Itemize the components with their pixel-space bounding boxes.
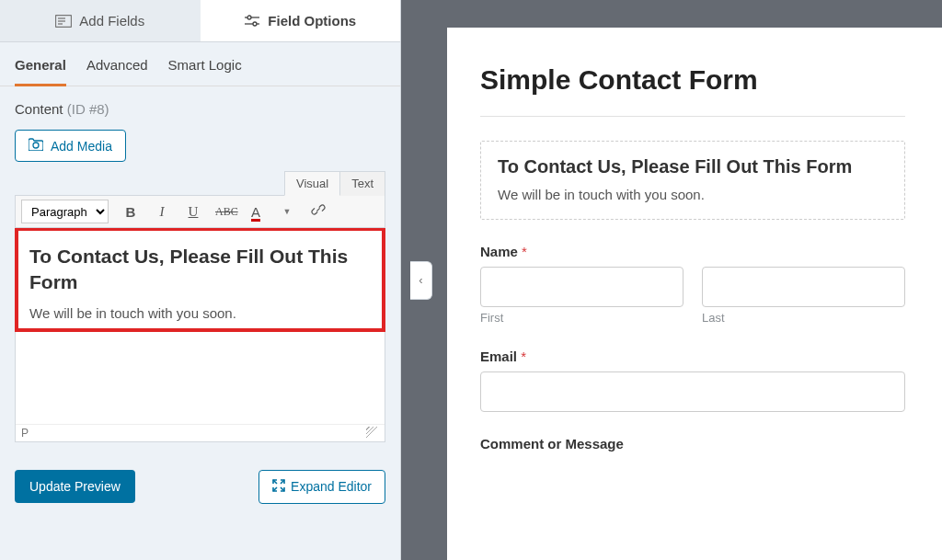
- required-mark: *: [521, 349, 526, 364]
- email-label: Email *: [480, 349, 905, 364]
- first-sublabel: First: [480, 311, 684, 325]
- chevron-left-icon: ‹: [419, 273, 422, 287]
- expand-editor-label: Expand Editor: [291, 479, 372, 494]
- text-color-caret-icon[interactable]: ▼: [278, 207, 296, 216]
- editor-heading: To Contact Us, Please Fill Out This Form: [29, 244, 371, 296]
- update-preview-button[interactable]: Update Preview: [15, 470, 135, 503]
- last-name-input[interactable]: [702, 267, 905, 307]
- content-id: (ID #8): [67, 101, 109, 117]
- name-label: Name *: [480, 244, 905, 259]
- add-fields-icon: [55, 15, 72, 28]
- sub-tab-smartlogic[interactable]: Smart Logic: [168, 57, 242, 86]
- editor-paragraph: We will be in touch with you soon.: [29, 305, 371, 321]
- editor-status-bar: P: [16, 424, 385, 441]
- add-media-button[interactable]: Add Media: [15, 130, 126, 162]
- editor-tab-text[interactable]: Text: [339, 171, 385, 196]
- link-button[interactable]: [309, 202, 327, 221]
- tab-field-options[interactable]: Field Options: [201, 0, 401, 41]
- top-tabs: Add Fields Field Options: [0, 0, 400, 42]
- expand-editor-button[interactable]: Expand Editor: [258, 470, 385, 504]
- media-icon: [29, 138, 43, 154]
- form-title: Simple Contact Form: [480, 64, 905, 96]
- svg-point-7: [253, 22, 257, 26]
- action-row: Update Preview Expand Editor: [0, 457, 400, 517]
- collapse-handle[interactable]: ‹: [410, 261, 432, 300]
- italic-button[interactable]: I: [153, 204, 171, 220]
- svg-point-8: [33, 143, 39, 148]
- resize-grip-icon[interactable]: [366, 427, 379, 440]
- tab-label: Field Options: [268, 13, 356, 29]
- editor-toolbar: Paragraph B I U ABC A ▼: [15, 195, 385, 228]
- name-field-group: Name * First Last: [480, 244, 905, 325]
- divider: [480, 116, 905, 117]
- underline-button[interactable]: U: [184, 204, 202, 220]
- last-sublabel: Last: [702, 311, 905, 325]
- sub-tabs: General Advanced Smart Logic: [0, 42, 400, 86]
- svg-point-5: [247, 16, 251, 19]
- content-section: Content (ID #8) Add Media Visual Text Pa…: [0, 86, 400, 457]
- strike-button[interactable]: ABC: [215, 205, 234, 219]
- preview-canvas: Simple Contact Form To Contact Us, Pleas…: [419, 0, 942, 560]
- sidebar-panel: Add Fields Field Options General Advance…: [0, 0, 401, 560]
- intro-paragraph: We will be in touch with you soon.: [498, 187, 888, 202]
- editor-tab-visual[interactable]: Visual: [284, 171, 340, 196]
- add-media-label: Add Media: [51, 139, 112, 154]
- field-options-icon: [244, 15, 260, 28]
- tab-add-fields[interactable]: Add Fields: [0, 0, 201, 41]
- comment-field-group: Comment or Message: [480, 436, 905, 451]
- editor-tabs: Visual Text: [15, 171, 385, 196]
- content-label: Content (ID #8): [15, 101, 385, 117]
- expand-icon: [272, 479, 285, 495]
- content-label-text: Content: [15, 101, 63, 117]
- email-input[interactable]: [480, 371, 905, 412]
- text-color-button[interactable]: A: [247, 204, 265, 220]
- intro-heading: To Contact Us, Please Fill Out This Form: [498, 156, 888, 177]
- first-name-input[interactable]: [480, 267, 684, 307]
- email-field-group: Email *: [480, 349, 905, 412]
- comment-label: Comment or Message: [480, 436, 905, 451]
- format-select[interactable]: Paragraph: [21, 200, 109, 223]
- splitter[interactable]: ‹: [401, 0, 419, 560]
- required-mark: *: [522, 244, 527, 259]
- sub-tab-advanced[interactable]: Advanced: [86, 57, 148, 86]
- tab-label: Add Fields: [79, 13, 144, 29]
- editor-textarea[interactable]: To Contact Us, Please Fill Out This Form…: [15, 228, 385, 332]
- preview-page: Simple Contact Form To Contact Us, Pleas…: [447, 28, 942, 560]
- status-path: P: [21, 427, 29, 440]
- editor-bottom[interactable]: P: [15, 332, 385, 442]
- intro-content-block[interactable]: To Contact Us, Please Fill Out This Form…: [480, 141, 905, 220]
- sub-tab-general[interactable]: General: [15, 57, 66, 86]
- bold-button[interactable]: B: [121, 204, 140, 220]
